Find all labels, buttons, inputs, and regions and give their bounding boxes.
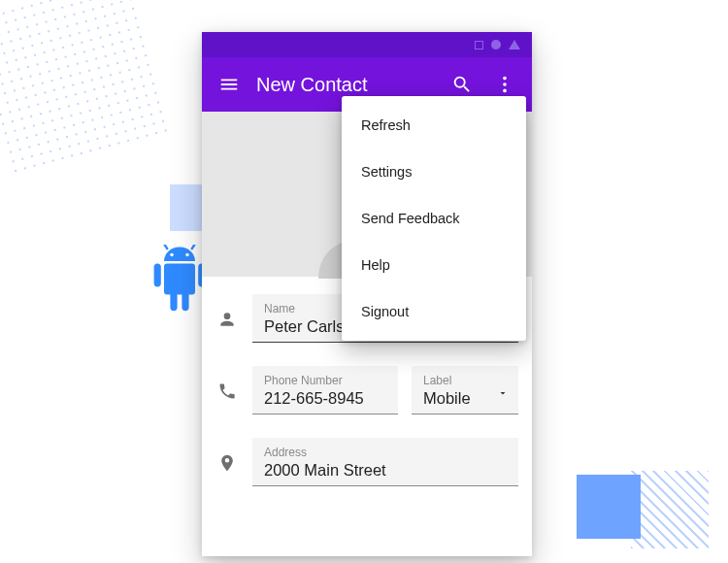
svg-rect-8 bbox=[182, 292, 188, 311]
menu-item-settings[interactable]: Settings bbox=[342, 149, 526, 195]
row-address: Address 2000 Main Street bbox=[215, 438, 518, 486]
decor-square-blue bbox=[577, 475, 641, 539]
svg-line-3 bbox=[192, 245, 196, 248]
phone-frame: New Contact Name Peter Carlsson bbox=[202, 32, 532, 556]
decor-dots bbox=[0, 0, 172, 177]
menu-item-help[interactable]: Help bbox=[342, 242, 526, 288]
svg-rect-4 bbox=[164, 263, 195, 294]
svg-line-2 bbox=[163, 245, 167, 248]
svg-point-10 bbox=[503, 83, 507, 86]
menu-item-signout[interactable]: Signout bbox=[342, 288, 526, 335]
menu-button[interactable] bbox=[210, 65, 248, 104]
phone-type-select[interactable]: Label Mobile bbox=[412, 366, 518, 414]
location-icon bbox=[215, 453, 239, 486]
more-vert-icon bbox=[494, 74, 515, 95]
status-square-icon bbox=[475, 41, 483, 50]
address-field[interactable]: Address 2000 Main Street bbox=[252, 438, 518, 486]
hamburger-icon bbox=[218, 74, 240, 95]
decor-stripes bbox=[631, 471, 709, 548]
svg-point-9 bbox=[503, 77, 507, 81]
svg-rect-5 bbox=[154, 263, 161, 286]
address-label: Address bbox=[264, 446, 507, 459]
person-icon bbox=[215, 310, 239, 343]
phone-label: Phone Number bbox=[264, 374, 386, 387]
status-bar bbox=[202, 32, 532, 57]
menu-item-refresh[interactable]: Refresh bbox=[342, 102, 526, 149]
menu-item-send-feedback[interactable]: Send Feedback bbox=[342, 195, 526, 242]
phone-field[interactable]: Phone Number 212-665-8945 bbox=[252, 366, 398, 414]
status-circle-icon bbox=[491, 40, 501, 50]
phone-type-label: Label bbox=[423, 374, 507, 387]
phone-value: 212-665-8945 bbox=[264, 389, 386, 408]
page-title: New Contact bbox=[252, 74, 439, 96]
svg-point-11 bbox=[503, 89, 507, 93]
search-icon bbox=[451, 74, 473, 95]
overflow-menu: Refresh Settings Send Feedback Help Sign… bbox=[342, 96, 526, 341]
row-phone: Phone Number 212-665-8945 Label Mobile bbox=[215, 366, 518, 414]
svg-rect-7 bbox=[170, 292, 177, 311]
address-value: 2000 Main Street bbox=[264, 461, 507, 480]
svg-point-1 bbox=[185, 253, 189, 257]
phone-icon bbox=[215, 381, 239, 414]
svg-point-0 bbox=[170, 253, 174, 257]
phone-type-value: Mobile bbox=[423, 389, 507, 408]
status-triangle-icon bbox=[509, 40, 520, 50]
dropdown-icon bbox=[497, 387, 509, 399]
